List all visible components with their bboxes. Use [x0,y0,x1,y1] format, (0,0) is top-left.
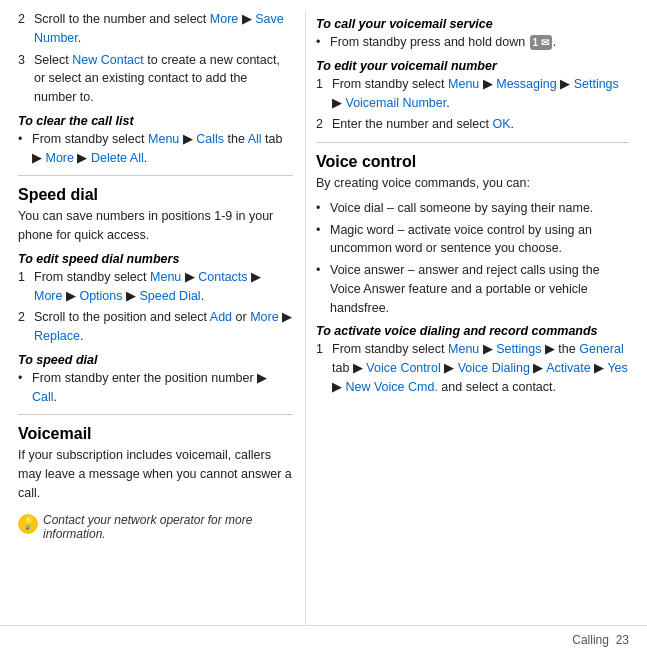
link-voice-control: Voice Control [366,361,440,375]
edit-speed-title: To edit speed dial numbers [18,252,293,266]
link-call: Call [32,390,54,404]
info-box: 💡 Contact your network operator for more… [18,513,293,541]
call-voicemail-bullet: • From standby press and hold down 1 ✉. [316,33,629,52]
link-more-speed: More [34,289,62,303]
edit-speed-step1: 1 From standby select Menu ▶ Contacts ▶ … [18,268,293,306]
speed-dial-title: Speed dial [18,186,293,204]
link-calls: Calls [196,132,224,146]
link-add: Add [210,310,232,324]
link-new-voice-cmd: New Voice Cmd. [345,380,437,394]
link-new-contact: New Contact [72,53,144,67]
edit-voicemail-step1-text: From standby select Menu ▶ Messaging ▶ S… [332,75,629,113]
clear-call-list-title: To clear the call list [18,114,293,128]
footer-calling-label: Calling [572,633,609,647]
edit-voicemail-step1-num: 1 [316,75,330,113]
activate-step1-text: From standby select Menu ▶ Settings ▶ th… [332,340,629,396]
speed-dial-bullet-text: From standby enter the position number ▶… [32,369,293,407]
link-voice-dialing: Voice Dialing [458,361,530,375]
footer-page-number: 23 [616,633,629,647]
info-icon: 💡 [18,514,38,534]
step-2-text: Scroll to the number and select More ▶ S… [34,10,293,48]
bullet-dot-vc3: • [316,261,330,317]
edit-voicemail-step2-num: 2 [316,115,330,134]
link-delete-all: Delete All [91,151,144,165]
info-text: Contact your network operator for more i… [43,513,293,541]
footer-bar: Calling 23 [0,625,647,653]
link-menu-activate: Menu [448,342,479,356]
link-menu-speed: Menu [150,270,181,284]
edit-voicemail-step1: 1 From standby select Menu ▶ Messaging ▶… [316,75,629,113]
edit-speed-step1-num: 1 [18,268,32,306]
link-menu-clear: Menu [148,132,179,146]
vc-bullet-3: • Voice answer – answer and reject calls… [316,261,629,317]
bullet-dot-voicemail: • [316,33,330,52]
link-all-tab: All [248,132,262,146]
step-3-num: 3 [18,51,32,107]
voice-control-title: Voice control [316,153,629,171]
link-general-tab: General [579,342,623,356]
speed-dial-bullet: • From standby enter the position number… [18,369,293,407]
edit-voicemail-step2-text: Enter the number and select OK. [332,115,629,134]
link-settings-vm: Settings [574,77,619,91]
activate-step1: 1 From standby select Menu ▶ Settings ▶ … [316,340,629,396]
link-activate: Activate [546,361,590,375]
bullet-dot-speed: • [18,369,32,407]
clear-bullet: • From standby select Menu ▶ Calls the A… [18,130,293,168]
activate-title: To activate voice dialing and record com… [316,324,629,338]
bullet-dot-vc2: • [316,221,330,259]
edit-speed-step2: 2 Scroll to the position and select Add … [18,308,293,346]
link-more-replace: More [250,310,278,324]
step-3: 3 Select New Contact to create a new con… [18,51,293,107]
link-voicemail-number: Voicemail Number [345,96,446,110]
link-speed-dial: Speed Dial [139,289,200,303]
vc-bullet-1-text: Voice dial – call someone by saying thei… [330,199,629,218]
key-1-icon: 1 ✉ [530,35,552,50]
voice-control-body: By creating voice commands, you can: [316,174,629,193]
edit-speed-step1-text: From standby select Menu ▶ Contacts ▶ Mo… [34,268,293,306]
vc-bullet-2-text: Magic word – activate voice control by u… [330,221,629,259]
step-3-text: Select New Contact to create a new conta… [34,51,293,107]
right-column: To call your voicemail service • From st… [305,10,647,643]
activate-step1-num: 1 [316,340,330,396]
voicemail-body: If your subscription includes voicemail,… [18,446,293,502]
to-speed-dial-title: To speed dial [18,353,293,367]
voicemail-title: Voicemail [18,425,293,443]
speed-dial-body: You can save numbers in positions 1-9 in… [18,207,293,245]
page-content: 2 Scroll to the number and select More ▶… [0,0,647,653]
bullet-dot-vc1: • [316,199,330,218]
edit-voicemail-step2: 2 Enter the number and select OK. [316,115,629,134]
link-menu-vm: Menu [448,77,479,91]
call-voicemail-title: To call your voicemail service [316,17,629,31]
link-replace: Replace [34,329,80,343]
vc-bullet-1: • Voice dial – call someone by saying th… [316,199,629,218]
clear-bullet-text: From standby select Menu ▶ Calls the All… [32,130,293,168]
step-2-num: 2 [18,10,32,48]
edit-voicemail-title: To edit your voicemail number [316,59,629,73]
link-contacts: Contacts [198,270,247,284]
link-more-clear: More [45,151,73,165]
call-voicemail-text: From standby press and hold down 1 ✉. [330,33,629,52]
bullet-dot-clear: • [18,130,32,168]
link-messaging: Messaging [496,77,556,91]
vc-bullet-3-text: Voice answer – answer and reject calls u… [330,261,629,317]
link-yes: Yes [607,361,627,375]
vc-bullet-2: • Magic word – activate voice control by… [316,221,629,259]
link-settings-activate: Settings [496,342,541,356]
link-ok: OK [493,117,511,131]
edit-speed-step2-text: Scroll to the position and select Add or… [34,308,293,346]
link-save-number: Save Number [34,12,284,45]
divider-2 [18,414,293,415]
divider-3 [316,142,629,143]
link-more: More [210,12,238,26]
left-column: 2 Scroll to the number and select More ▶… [0,10,305,643]
link-options: Options [79,289,122,303]
edit-speed-step2-num: 2 [18,308,32,346]
divider-1 [18,175,293,176]
step-2: 2 Scroll to the number and select More ▶… [18,10,293,48]
